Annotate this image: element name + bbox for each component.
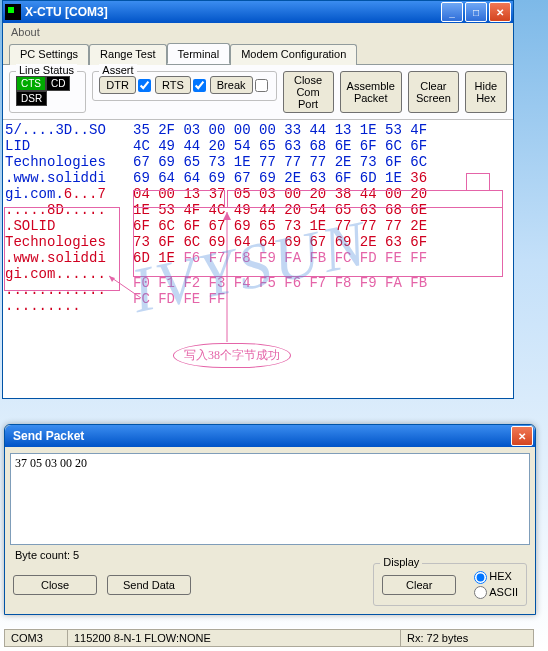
break-checkbox[interactable] [255, 79, 268, 92]
annotation-text: 写入38个字节成功 [173, 343, 291, 368]
window-title: X-CTU [COM3] [25, 5, 108, 19]
status-cfg: 115200 8-N-1 FLOW:NONE [67, 629, 400, 647]
tab-terminal[interactable]: Terminal [167, 43, 231, 64]
line-status-group: Line Status CTSCDDSR [9, 71, 86, 113]
maximize-button[interactable]: □ [465, 2, 487, 22]
tab-modem-config[interactable]: Modem Configuration [230, 44, 357, 65]
clear-screen-button[interactable]: ClearScreen [408, 71, 459, 113]
cts-indicator: CTS [16, 76, 46, 91]
popup-close-button[interactable]: ✕ [511, 426, 533, 446]
menubar: About [3, 23, 513, 41]
app-icon [5, 4, 21, 20]
hex-radio-label[interactable]: HEX [474, 570, 518, 584]
hex-radio[interactable] [474, 571, 487, 584]
minimize-button[interactable]: _ [441, 2, 463, 22]
assert-legend: Assert [99, 64, 136, 76]
send-packet-dialog: Send Packet ✕ Byte count: 5 Close Send D… [4, 424, 536, 615]
hide-hex-button[interactable]: HideHex [465, 71, 507, 113]
popup-titlebar: Send Packet ✕ [5, 425, 535, 447]
cd-indicator: CD [46, 76, 70, 91]
hex-highlight-2 [133, 190, 225, 208]
status-bar: COM3 115200 8-N-1 FLOW:NONE Rx: 72 bytes [4, 628, 534, 647]
ascii-radio[interactable] [474, 586, 487, 599]
titlebar: X-CTU [COM3] _ □ ✕ [3, 1, 513, 23]
rts-button[interactable]: RTS [155, 76, 191, 94]
display-legend: Display [380, 556, 422, 568]
popup-close-btn[interactable]: Close [13, 575, 97, 595]
break-button[interactable]: Break [210, 76, 253, 94]
send-data-button[interactable]: Send Data [107, 575, 191, 595]
byte-count-label: Byte count: 5 [5, 549, 535, 561]
ascii-radio-label[interactable]: ASCII [474, 586, 518, 600]
menu-about[interactable]: About [11, 26, 40, 38]
main-window: X-CTU [COM3] _ □ ✕ About PC Settings Ran… [2, 0, 514, 399]
tab-pc-settings[interactable]: PC Settings [9, 44, 89, 65]
display-group: Display Clear HEX ASCII [373, 563, 527, 606]
close-comport-button[interactable]: CloseCom Port [283, 71, 334, 113]
packet-input[interactable] [10, 453, 530, 545]
dtr-checkbox[interactable] [138, 79, 151, 92]
toolbar: Line Status CTSCDDSR Assert DTR RTS Brea… [3, 65, 513, 119]
dtr-button[interactable]: DTR [99, 76, 136, 94]
assemble-packet-button[interactable]: AssemblePacket [340, 71, 402, 113]
hex-highlight-1 [466, 173, 490, 191]
assert-group: Assert DTR RTS Break [92, 71, 276, 101]
rts-checkbox[interactable] [193, 79, 206, 92]
popup-title: Send Packet [13, 429, 84, 443]
tab-range-test[interactable]: Range Test [89, 44, 166, 65]
dsr-indicator: DSR [16, 91, 47, 106]
terminal-output[interactable]: 5/....3D..SOLID Technologies.www.soliddi… [3, 119, 513, 398]
hex-highlight-3 [227, 190, 503, 208]
ascii-highlight [4, 207, 120, 291]
status-com: COM3 [4, 629, 67, 647]
clear-input-button[interactable]: Clear [382, 575, 456, 595]
tab-bar: PC Settings Range Test Terminal Modem Co… [3, 41, 513, 65]
line-status-legend: Line Status [16, 64, 77, 76]
close-button[interactable]: ✕ [489, 2, 511, 22]
popup-footer: Close Send Data Display Clear HEX ASCII [5, 561, 535, 614]
hex-highlight-4 [133, 207, 503, 277]
status-rx: Rx: 72 bytes [400, 629, 534, 647]
